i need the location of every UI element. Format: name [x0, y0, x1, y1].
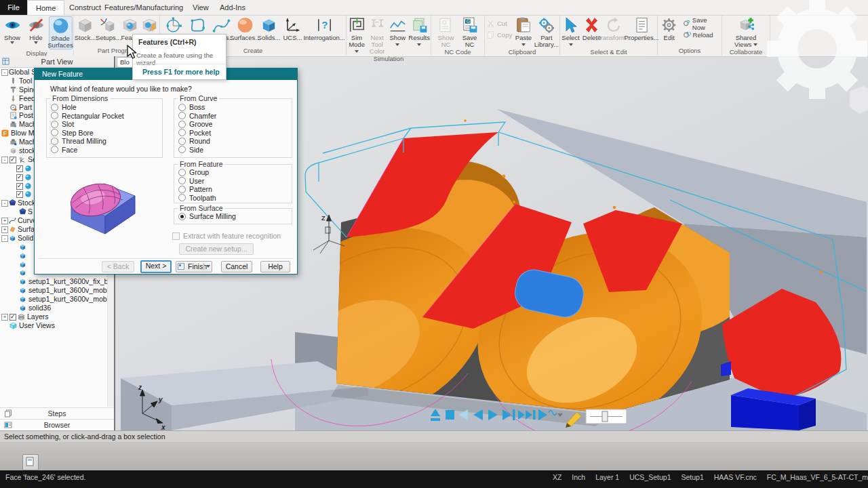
file-menu-button[interactable]: File	[0, 0, 27, 15]
radio-surface-milling[interactable]: Surface Milling	[178, 212, 236, 220]
radio-pocket[interactable]: Pocket	[178, 129, 211, 137]
radio-groove[interactable]: Groove	[178, 120, 212, 128]
status-units[interactable]: Inch	[572, 473, 585, 481]
radio-face[interactable]: Face	[51, 146, 77, 154]
status-ucs[interactable]: UCS_Setup1	[629, 473, 671, 481]
properties-button[interactable]: Properties...	[627, 16, 656, 41]
results-button[interactable]: Results	[408, 16, 430, 48]
machine-icon	[9, 121, 17, 128]
tree-item[interactable]: setup1_kurt_3600v_mobile	[0, 286, 107, 295]
tree-item[interactable]: setup1_kurt_3600v_mobile_1	[0, 295, 107, 304]
slider-thumb[interactable]	[602, 411, 608, 422]
svg-text:Z: Z	[321, 215, 326, 222]
browser-tab[interactable]: Browser	[0, 419, 114, 430]
radio-group[interactable]: Group	[178, 168, 209, 176]
status-post[interactable]: HAAS VF.cnc	[714, 473, 757, 481]
solids-button[interactable]: Solids...	[258, 16, 280, 41]
shared-views-icon	[737, 16, 755, 34]
radio-icon	[51, 112, 58, 119]
part-library-button[interactable]: Part Library...	[534, 16, 559, 48]
shared-views-button[interactable]: Shared Views	[730, 16, 762, 48]
checkbox[interactable]	[9, 157, 16, 163]
checkbox[interactable]	[9, 314, 16, 321]
lower-gray-zone	[0, 442, 868, 470]
tab-add-ins[interactable]: Add-Ins	[212, 0, 254, 14]
document-tab[interactable]: Blo	[117, 57, 133, 68]
tree-item[interactable]: User Views	[0, 321, 107, 330]
sim-mode-button[interactable]: Sim Mode	[347, 16, 366, 55]
ucs-button[interactable]: UCS...	[281, 16, 304, 41]
radio-boss[interactable]: Boss	[178, 103, 205, 111]
radio-slot[interactable]: Slot	[51, 120, 74, 128]
sim-show-button[interactable]: Show	[388, 16, 407, 48]
select-button[interactable]: Select	[561, 16, 580, 48]
paste-button[interactable]: Paste	[514, 16, 533, 48]
stop-button[interactable]	[446, 410, 454, 420]
sketch-profile-button[interactable]	[186, 16, 209, 34]
polygon-profile-icon	[189, 16, 207, 34]
stock-button[interactable]: Stock...	[75, 16, 96, 41]
interrogation-icon: ?	[315, 16, 334, 34]
finish-split-button[interactable]: Finish	[176, 261, 212, 272]
radio-toolpath[interactable]: Toolpath	[178, 194, 216, 202]
save-nc-button[interactable]: G Save NC	[458, 16, 481, 48]
surfaces-icon	[9, 226, 16, 233]
cancel-button[interactable]: Cancel	[221, 261, 252, 272]
save-now-gear-icon	[682, 19, 690, 28]
svg-text:z: z	[138, 384, 142, 391]
group-from-surface: From Surface Surface Milling	[174, 208, 292, 224]
edit-options-button[interactable]: Edit	[658, 16, 680, 41]
tree-item[interactable]: +Layers	[0, 312, 107, 321]
copy-pages-icon	[486, 30, 495, 39]
dialog-question: What kind of feature would you like to m…	[50, 85, 192, 93]
save-now-button[interactable]: Save Now	[682, 18, 720, 28]
setups-button[interactable]: Setups...	[97, 16, 119, 41]
tab-home[interactable]: Home	[27, 0, 64, 15]
ribbon-group-simulation: Sim Mode Next Tool Color Show Results Si…	[347, 15, 431, 56]
part-view-grid-icon	[2, 58, 9, 65]
steps-tab[interactable]: Steps	[0, 407, 114, 419]
dropdown-caret-icon	[34, 41, 38, 44]
radio-hole[interactable]: Hole	[51, 103, 77, 111]
checkbox[interactable]	[16, 183, 23, 190]
group-label-collaborate: Collaborate	[722, 48, 770, 56]
checkbox[interactable]	[16, 174, 23, 181]
speed-slider[interactable]	[586, 409, 627, 424]
shade-surfaces-button[interactable]: Shade Surfaces	[49, 16, 73, 49]
afr-button[interactable]	[140, 16, 159, 35]
radio-round[interactable]: Round	[178, 137, 210, 145]
tab-features-manufacturing[interactable]: Features/Manufacturing	[96, 0, 191, 14]
tree-item[interactable]: setup1_kurt_3600v_fix_bottom_2	[0, 277, 107, 286]
extract-feature-checkbox[interactable]: Extract with feature recognition	[172, 232, 281, 240]
next-button[interactable]: Next >	[140, 260, 172, 273]
setup-sphere-icon	[24, 190, 32, 198]
status-plane[interactable]: XZ	[553, 473, 561, 481]
radio-rectangular-pocket[interactable]: Rectangular Pocket	[51, 112, 124, 120]
status-setup[interactable]: Setup1	[682, 473, 704, 481]
help-button[interactable]: Help	[260, 261, 290, 272]
checkbox[interactable]	[16, 165, 23, 172]
interrogation-button[interactable]: ? Interrogation...	[305, 16, 343, 41]
radio-user[interactable]: User	[178, 177, 204, 185]
radio-thread-milling[interactable]: Thread Milling	[51, 137, 106, 145]
solids-icon	[9, 235, 16, 242]
next-tool-color-button: Next Tool Color	[368, 16, 387, 55]
radio-side[interactable]: Side	[178, 146, 203, 154]
status-machine-file[interactable]: FC_M_Haas_VF_6_5-AT-CT_m	[767, 473, 868, 481]
setup-axis-icon	[18, 156, 26, 163]
status-layer[interactable]: Layer 1	[595, 473, 619, 481]
radio-step-bore[interactable]: Step Bore	[51, 129, 94, 137]
reload-button[interactable]: Reload	[682, 30, 720, 40]
tree-item[interactable]: solid36	[0, 304, 107, 312]
checkbox[interactable]	[16, 191, 23, 198]
finish-dropdown-caret-icon[interactable]	[206, 265, 210, 268]
status-tool-button[interactable]	[22, 454, 39, 470]
surface-sphere-icon	[236, 16, 254, 34]
sketch-circle-button[interactable]	[163, 16, 185, 34]
radio-pattern[interactable]: Pattern	[178, 185, 212, 193]
radio-chamfer[interactable]: Chamfer	[178, 112, 216, 120]
surfaces-button[interactable]: Surfaces...	[234, 16, 256, 41]
show-button[interactable]: Show	[1, 16, 24, 44]
radio-icon	[178, 138, 186, 145]
hide-button[interactable]: Hide	[25, 16, 47, 44]
